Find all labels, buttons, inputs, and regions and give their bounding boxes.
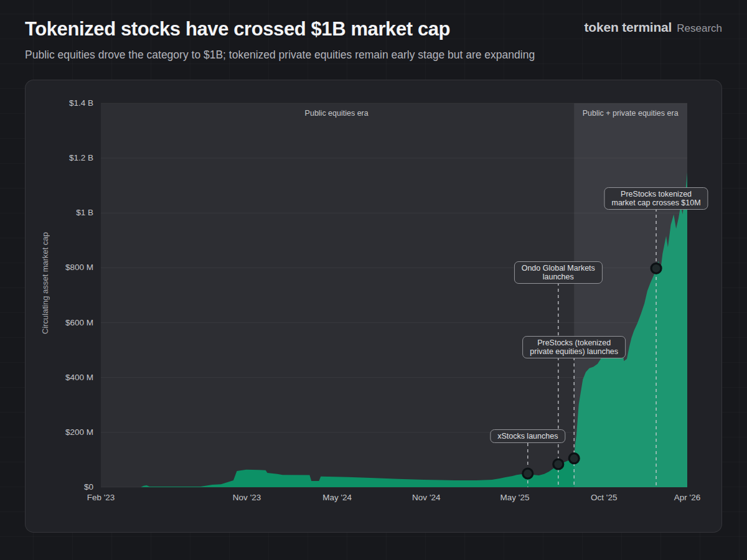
y-tick-label: $800 M <box>25 263 93 272</box>
event-annotation-line: PreStocks tokenized <box>612 190 701 198</box>
event-annotation-line: xStocks launches <box>497 432 558 441</box>
event-annotation-line: private equities) launches <box>530 347 618 356</box>
event-annotation: Ondo Global Marketslaunches <box>514 261 603 284</box>
x-tick-label: Apr '26 <box>674 493 700 502</box>
x-tick-label: May '24 <box>322 493 352 502</box>
event-annotation-line: PreStocks (tokenized <box>530 338 618 347</box>
brand-logo: token terminal Research <box>585 20 723 35</box>
event-annotation-line: launches <box>522 273 595 281</box>
event-annotation-line: market cap crosses $10M <box>612 198 701 207</box>
y-tick-label: $600 M <box>25 318 93 327</box>
market-cap-chart <box>101 103 687 487</box>
event-marker <box>569 454 579 464</box>
event-annotation: PreStocks (tokenizedprivate equities) la… <box>522 336 626 358</box>
page: Tokenized stocks have crossed $1B market… <box>0 0 747 560</box>
era-label: Public + private equities era <box>583 109 679 118</box>
x-tick-label: Nov '24 <box>412 493 440 502</box>
event-annotation-line: Ondo Global Markets <box>522 264 595 273</box>
brand-wordmark: token terminal <box>585 20 672 35</box>
x-tick-label: Feb '23 <box>87 493 115 502</box>
y-tick-label: $200 M <box>25 427 93 437</box>
y-tick-label: $400 M <box>25 373 93 382</box>
page-subtitle: Public equities drove the category to $1… <box>25 49 722 62</box>
event-marker <box>553 459 563 469</box>
x-tick-label: May '25 <box>500 493 530 502</box>
y-axis-title: Circulating asset market cap <box>39 215 51 352</box>
plot-area: Public equities eraPublic + private equi… <box>101 103 687 487</box>
y-tick-label: $1.4 B <box>25 98 93 108</box>
event-annotation: PreStocks tokenizedmarket cap crosses $1… <box>604 187 708 210</box>
y-tick-label: $0 <box>25 482 93 492</box>
brand-research-label: Research <box>677 22 722 35</box>
y-tick-label: $1 B <box>25 208 93 217</box>
event-marker <box>651 263 661 273</box>
report-header: Tokenized stocks have crossed $1B market… <box>25 19 722 62</box>
y-tick-label: $1.2 B <box>25 153 93 162</box>
private-era-region <box>574 103 687 487</box>
event-annotation: xStocks launches <box>490 429 565 443</box>
era-label: Public equities era <box>305 109 369 118</box>
x-tick-label: Oct '25 <box>591 493 617 502</box>
x-tick-label: Nov '23 <box>233 493 261 502</box>
event-marker <box>523 469 533 478</box>
